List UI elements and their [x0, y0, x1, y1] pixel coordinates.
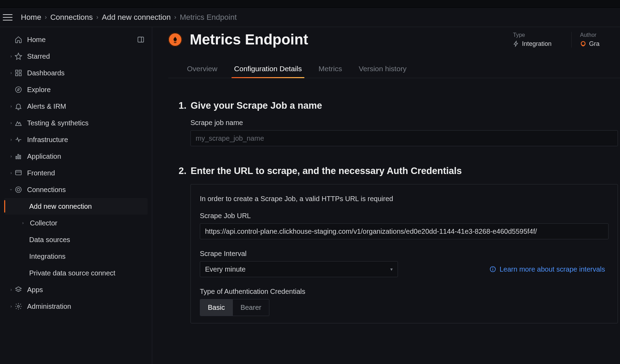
sidebar-item-label: Dashboards — [27, 69, 143, 77]
main-content: Metrics Endpoint Type Integration Author… — [152, 27, 620, 364]
svg-rect-4 — [16, 74, 18, 76]
home-icon — [15, 36, 27, 43]
meta-type-value: Integration — [513, 40, 562, 48]
sidebar-item-application[interactable]: › Application — [4, 148, 148, 165]
chevron-right-icon: › — [9, 104, 13, 109]
chevron-right-icon: › — [9, 154, 13, 159]
sidebar-item-label: Starred — [27, 52, 143, 60]
meta-author-value: Gra — [580, 40, 620, 48]
sidebar-item-connections[interactable]: › Connections — [4, 181, 148, 198]
tab-version-history[interactable]: Version history — [359, 60, 407, 78]
sidebar-item-private-data-source[interactable]: Private data source connect — [4, 265, 148, 281]
mountain-icon — [15, 119, 27, 127]
browser-icon — [15, 169, 27, 177]
prometheus-icon — [168, 33, 182, 47]
breadcrumb-item-current: Metrics Endpoint — [180, 13, 237, 22]
chevron-right-icon: › — [9, 54, 13, 59]
svg-rect-9 — [20, 155, 21, 159]
sidebar-item-home[interactable]: Home — [4, 31, 135, 48]
tab-metrics[interactable]: Metrics — [318, 60, 342, 78]
step-heading: Enter the URL to scrape, and the necessa… — [191, 166, 462, 176]
bars-icon — [15, 152, 27, 160]
breadcrumb-item[interactable]: Add new connection — [102, 13, 171, 22]
star-icon — [15, 52, 27, 60]
step-1: 1. Give your Scrape Job a name Scrape jo… — [179, 100, 620, 146]
compass-icon — [15, 86, 27, 93]
tabs: Overview Configuration Details Metrics V… — [168, 60, 620, 78]
layers-icon — [15, 286, 27, 293]
page-meta: Type Integration Author Gra — [513, 32, 620, 48]
step-heading: Give your Scrape Job a name — [191, 100, 322, 111]
sidebar-item-label: Infrastructure — [27, 136, 143, 144]
sidebar-item-add-new-connection[interactable]: Add new connection — [4, 198, 148, 215]
scrape-url-label: Scrape Job URL — [200, 212, 609, 220]
sidebar-item-label: Private data source connect — [29, 269, 143, 277]
grafana-icon — [580, 41, 586, 47]
auth-type-toggle: Basic Bearer — [200, 299, 269, 316]
pulse-icon — [15, 136, 27, 143]
chevron-right-icon: › — [9, 171, 13, 175]
sidebar-item-label: Testing & synthetics — [27, 119, 143, 127]
step-number: 2. — [179, 166, 187, 176]
sidebar-item-label: Apps — [27, 286, 143, 294]
sidebar-item-frontend[interactable]: › Frontend — [4, 165, 148, 181]
scrape-job-name-input[interactable] — [190, 130, 618, 146]
sidebar-item-label: Administration — [27, 303, 143, 311]
learn-more-link[interactable]: Learn more about scrape intervals — [489, 265, 605, 273]
sidebar-item-label: Data sources — [29, 236, 143, 244]
form-content: 1. Give your Scrape Job a name Scrape jo… — [168, 78, 620, 323]
breadcrumb: Home › Connections › Add new connection … — [0, 8, 620, 27]
sidebar-item-explore[interactable]: Explore — [4, 81, 148, 98]
sidebar-item-collector[interactable]: › Collector — [4, 215, 148, 231]
chevron-right-icon: › — [96, 14, 98, 21]
auth-option-bearer[interactable]: Bearer — [232, 299, 269, 316]
svg-rect-5 — [19, 74, 21, 76]
dock-sidebar-icon[interactable] — [135, 34, 146, 45]
chevron-right-icon: › — [9, 304, 13, 309]
sidebar-item-infrastructure[interactable]: › Infrastructure — [4, 131, 148, 148]
svg-rect-7 — [16, 156, 17, 159]
window-topbar — [0, 0, 620, 8]
chevron-right-icon: › — [9, 287, 13, 292]
menu-toggle-icon[interactable] — [3, 14, 13, 20]
tab-configuration-details[interactable]: Configuration Details — [234, 60, 302, 78]
page-header: Metrics Endpoint Type Integration Author… — [168, 27, 620, 48]
bell-icon — [15, 102, 27, 110]
sidebar-item-testing[interactable]: › Testing & synthetics — [4, 115, 148, 131]
sidebar-item-dashboards[interactable]: › Dashboards — [4, 65, 148, 81]
sidebar-item-label: Add new connection — [29, 202, 143, 210]
step-2: 2. Enter the URL to scrape, and the nece… — [179, 166, 620, 323]
page-title: Metrics Endpoint — [190, 31, 308, 48]
svg-point-13 — [16, 187, 22, 193]
sidebar-item-label: Collector — [30, 219, 143, 227]
chevron-down-icon: ▾ — [390, 266, 393, 272]
info-icon — [489, 266, 496, 273]
sidebar-item-integrations[interactable]: Integrations — [4, 248, 148, 265]
tab-overview[interactable]: Overview — [187, 60, 218, 78]
sidebar-item-data-sources[interactable]: Data sources — [4, 231, 148, 248]
sidebar-item-starred[interactable]: › Starred — [4, 48, 148, 65]
breadcrumb-item[interactable]: Connections — [50, 13, 93, 22]
sidebar-item-administration[interactable]: › Administration — [4, 298, 148, 315]
sidebar-item-label: Integrations — [29, 253, 143, 260]
chevron-down-icon: › — [9, 188, 14, 192]
chevron-right-icon: › — [9, 137, 13, 142]
sidebar-item-label: Home — [27, 36, 130, 44]
scrape-interval-select[interactable]: Every minute ▾ — [200, 261, 398, 277]
sidebar-item-label: Frontend — [27, 169, 143, 177]
chevron-right-icon: › — [45, 14, 47, 21]
sidebar-item-label: Alerts & IRM — [27, 102, 143, 110]
auth-option-basic[interactable]: Basic — [200, 299, 232, 316]
svg-rect-10 — [16, 171, 22, 175]
sidebar-item-label: Explore — [27, 86, 143, 94]
scrape-url-input[interactable] — [200, 223, 609, 239]
svg-point-6 — [16, 87, 22, 93]
chevron-right-icon: › — [174, 14, 176, 21]
breadcrumb-item[interactable]: Home — [21, 13, 41, 22]
svg-rect-0 — [138, 37, 144, 42]
sidebar: Home › Starred › Dashboards Exp — [0, 27, 152, 364]
gear-icon — [15, 303, 27, 310]
sidebar-item-alerts[interactable]: › Alerts & IRM — [4, 98, 148, 115]
sidebar-item-apps[interactable]: › Apps — [4, 281, 148, 298]
meta-author-label: Author — [580, 32, 620, 38]
